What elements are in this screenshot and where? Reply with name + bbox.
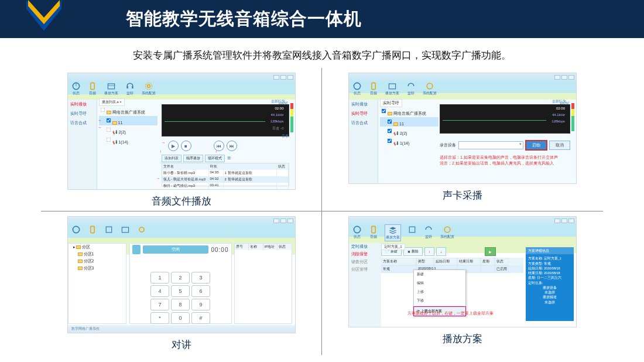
nav-realtime-page[interactable]: 实时寻呼	[68, 109, 97, 118]
svg-point-19	[139, 227, 144, 232]
app-toolbar: 状态 音频 播放方案 监听 系统配置	[71, 81, 156, 96]
key-9[interactable]: 9	[191, 299, 210, 310]
close-btn[interactable]	[287, 75, 293, 80]
key-8[interactable]: 8	[171, 299, 190, 310]
call-time: 00:00	[211, 247, 228, 253]
cell-schedule: 状态 音频 播放方案 监听 系统配置 定时播放 消除报警 键盘分区 分区管理 📄…	[322, 211, 603, 355]
cell-intercom: ▸ 分区 分区1 分区2 分区3 空闲 00:00 1 2 3 4 5 6	[41, 211, 322, 355]
tool-audio[interactable]: 音频	[88, 81, 97, 96]
down-btn[interactable]: ↓	[436, 247, 446, 256]
status-bar: 数字网络广播系统	[68, 325, 295, 333]
svg-point-15	[73, 226, 79, 233]
tool-config[interactable]: 系统配置	[142, 81, 156, 96]
play-btn[interactable]: ▶	[168, 141, 179, 151]
up-btn[interactable]: ↑	[424, 247, 434, 256]
svg-point-23	[444, 227, 450, 233]
svg-rect-4	[90, 83, 94, 89]
schedule-nav: 定时播放 消除报警 键盘分区 分区管理	[349, 243, 381, 327]
svg-point-9	[147, 85, 150, 88]
schedule-table[interactable]: 方案名称类型起始日期结束日期星期状态 常规2020/08/18已启用	[381, 258, 523, 269]
content: 播放列表.a × 网络音频广播系统 11 → 📢 2(2) → 📢 1(14) …	[97, 100, 295, 189]
intercom-list: 序号 名称 IP地址 状态	[234, 243, 292, 324]
svg-rect-16	[90, 226, 94, 233]
cancel-capture-btn[interactable]: 取消	[549, 141, 570, 150]
svg-rect-21	[372, 226, 375, 233]
screenshot-file-play: 状态 音频 播放方案 监听 系统配置 实时播放 实时寻呼 语音合成 播放列表.a…	[67, 73, 296, 190]
key-4[interactable]: 4	[150, 285, 169, 297]
context-menu[interactable]: 新建 编辑 上移 下移 ⟳ 上载全部方案	[413, 269, 466, 316]
file-list[interactable]: 文件名时长状态 陈小春 - 算你狠.mp304:351 暂停就是这首歌 → 筷儿…	[162, 163, 289, 186]
call-status: 空闲	[143, 245, 209, 254]
key-hash[interactable]: #	[191, 312, 210, 324]
svg-rect-8	[132, 86, 133, 88]
logo-chevron	[20, 0, 67, 44]
nav-realtime-play[interactable]: 实时播放	[68, 100, 97, 109]
device-combo[interactable]: ▾	[458, 141, 523, 149]
max-btn[interactable]	[280, 75, 286, 80]
min-btn[interactable]	[273, 75, 279, 80]
svg-rect-12	[372, 83, 375, 89]
cell-sound-capture: 状态 音频 播放方案 监听 系统配置 实时播放 实时寻呼 语音合成 实时寻呼 全…	[322, 68, 603, 211]
keypad-panel: 空闲 00:00 1 2 3 4 5 6 7 8 9 * 0 # 呼叫	[129, 243, 232, 324]
key-star[interactable]: *	[150, 312, 169, 324]
cell-file-play: 状态 音频 播放方案 监听 系统配置 实时播放 实时寻呼 语音合成 播放列表.a…	[41, 68, 322, 211]
tool-status[interactable]: 状态	[71, 81, 81, 96]
play-plan-btn[interactable]	[485, 247, 496, 256]
zone-tree[interactable]: 网络音频广播系统 11 → 📢 2(2) → 📢 1(14)	[99, 105, 157, 145]
page-subtitle: 安装专属广播系统管理软件并将教室网线接入音箱数字广播网口，实现数字广播功能。	[0, 38, 644, 68]
screenshot-schedule: 状态 音频 播放方案 监听 系统配置 定时播放 消除报警 键盘分区 分区管理 📄…	[348, 216, 577, 327]
caption-schedule: 播放方案	[443, 327, 482, 346]
nav-tts[interactable]: 语音合成	[68, 118, 97, 128]
svg-point-11	[354, 83, 360, 89]
player-display: 02:00 44.1kHz 128kbps 音速 -0	[162, 104, 289, 136]
caption-file-play: 音频文件播放	[152, 190, 211, 208]
key-0[interactable]: 0	[171, 312, 190, 324]
caption-intercom: 对讲	[172, 333, 191, 351]
side-nav: 实时播放 实时寻呼 语音合成	[68, 100, 97, 189]
screenshot-intercom: ▸ 分区 分区1 分区2 分区3 空闲 00:00 1 2 3 4 5 6	[67, 216, 296, 333]
intercom-tree[interactable]: ▸ 分区 分区1 分区2 分区3	[68, 243, 126, 324]
key-3[interactable]: 3	[191, 272, 210, 284]
svg-rect-18	[122, 227, 128, 233]
tool-plan[interactable]: 播放方案	[104, 81, 118, 96]
svg-rect-5	[108, 84, 114, 89]
key-5[interactable]: 5	[171, 285, 190, 297]
plan-detail-panel: 方案详细信息 方案名称: 定时方案_1 方案类型: 常规 起始日期: 2020/…	[526, 247, 574, 321]
capture-hint: 选择音源：1.如果是要采集电脑的声音，电脑录音设备打开立体声混音；2.如果是要输…	[440, 155, 559, 166]
svg-rect-7	[126, 86, 128, 88]
svg-point-10	[145, 83, 152, 89]
svg-point-20	[354, 226, 360, 233]
svg-rect-22	[409, 227, 415, 233]
key-7[interactable]: 7	[150, 299, 169, 310]
start-capture-btn[interactable]: 启动	[526, 141, 547, 150]
svg-rect-17	[106, 227, 112, 233]
stop-btn[interactable]: ■	[181, 141, 191, 151]
tool-monitor[interactable]: 监听	[125, 81, 135, 96]
svg-point-14	[427, 83, 433, 89]
next-btn[interactable]: ⏭	[227, 141, 237, 151]
dial-keypad: 1 2 3 4 5 6 7 8 9 * 0 #	[130, 272, 231, 324]
key-6[interactable]: 6	[191, 285, 210, 297]
player-controls: → ▶ ■ ⏮ ⏭	[162, 141, 237, 151]
feature-grid: 状态 音频 播放方案 监听 系统配置 实时播放 实时寻呼 语音合成 播放列表.a…	[41, 68, 603, 355]
page-title: 智能教学无线音箱综合一体机	[126, 7, 362, 31]
phone-icon	[132, 245, 141, 254]
schedule-tab[interactable]: 定时方案_1	[381, 244, 405, 250]
key-1[interactable]: 1	[150, 272, 169, 284]
svg-rect-13	[389, 84, 395, 89]
add-to-list-btn[interactable]: 添加列表	[162, 155, 181, 162]
window-titlebar	[68, 73, 295, 81]
schedule-hint: 方案新建好了以后，右键，一定要上载全部方案	[407, 311, 494, 316]
del-plan-btn[interactable]: ✖ 删除	[403, 247, 423, 256]
caption-capture: 声卡采播	[443, 184, 482, 202]
slide-header: 智能教学无线音箱综合一体机	[0, 0, 644, 38]
screenshot-sound-capture: 状态 音频 播放方案 监听 系统配置 实时播放 实时寻呼 语音合成 实时寻呼 全…	[348, 73, 577, 184]
device-label: 录音设备	[440, 142, 456, 148]
vu-meter	[290, 103, 293, 132]
key-2[interactable]: 2	[171, 272, 190, 284]
